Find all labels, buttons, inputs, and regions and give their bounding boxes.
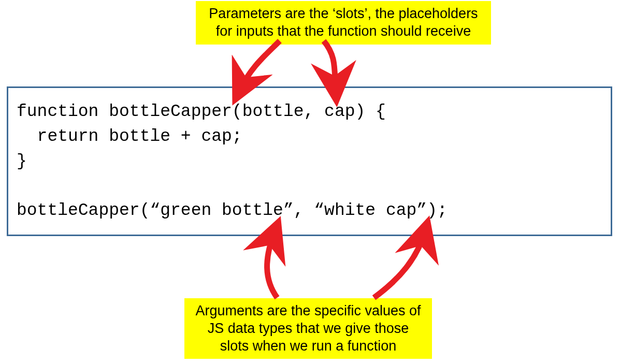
code-line-5: bottleCapper(“green bottle”, “white cap”… <box>17 201 448 220</box>
code-example-box: function bottleCapper(bottle, cap) { ret… <box>7 86 612 236</box>
arrow-to-cap-param <box>306 38 368 100</box>
arguments-callout: Arguments are the specific values of JS … <box>184 298 432 359</box>
code-line-2: return bottle + cap; <box>17 127 242 146</box>
arrow-to-bottle-param <box>223 38 295 100</box>
arrow-to-green-bottle-arg <box>249 223 311 300</box>
code-line-3: } <box>17 152 27 171</box>
code-line-1: function bottleCapper(bottle, cap) { <box>17 102 386 121</box>
arrow-to-white-cap-arg <box>363 223 445 300</box>
parameters-callout: Parameters are the ‘slots’, the placehol… <box>196 1 491 45</box>
